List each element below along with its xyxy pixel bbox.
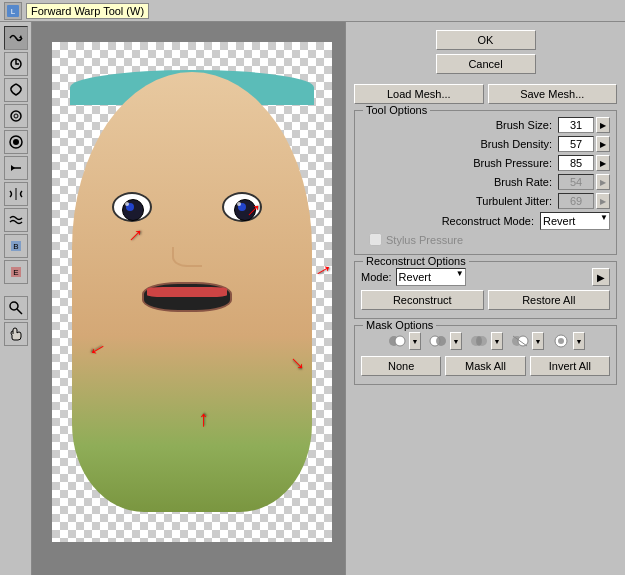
right-panel: OK Cancel Load Mesh... Save Mesh... Tool… — [345, 22, 625, 575]
turbulent-jitter-stepper[interactable]: ▶ — [596, 193, 610, 209]
mask-dropdown-1[interactable]: ▼ — [409, 332, 421, 350]
brush-density-stepper[interactable]: ▶ — [596, 136, 610, 152]
mask-icon-5: ▼ — [550, 332, 585, 350]
mask-icon-2: ▼ — [427, 332, 462, 350]
tool-zoom[interactable] — [4, 296, 28, 320]
reconstruct-buttons-row: Reconstruct Restore All — [361, 290, 610, 310]
svg-point-27 — [558, 338, 564, 344]
ok-button[interactable]: OK — [436, 30, 536, 50]
mode-label: Mode: — [361, 271, 392, 283]
tool-reconstruct[interactable] — [4, 52, 28, 76]
turbulent-jitter-input-group: ▶ — [558, 193, 610, 209]
restore-all-button[interactable]: Restore All — [488, 290, 611, 310]
brush-rate-stepper[interactable]: ▶ — [596, 174, 610, 190]
play-button[interactable]: ▶ — [592, 268, 610, 286]
canvas[interactable]: → → → → → → — [52, 42, 332, 542]
reconstruct-options-title: Reconstruct Options — [363, 255, 469, 267]
svg-line-15 — [17, 309, 22, 314]
brush-rate-input[interactable] — [558, 174, 594, 190]
svg-point-22 — [476, 336, 482, 346]
none-button[interactable]: None — [361, 356, 441, 376]
recon-mode-select[interactable]: Revert — [396, 268, 466, 286]
app-icon: L — [4, 2, 22, 20]
brush-pressure-stepper[interactable]: ▶ — [596, 155, 610, 171]
cancel-button[interactable]: Cancel — [436, 54, 536, 74]
mask-circle-icon-5[interactable] — [550, 332, 572, 350]
turbulent-jitter-label: Turbulent Jitter: — [361, 195, 558, 207]
brush-size-stepper[interactable]: ▶ — [596, 117, 610, 133]
mask-dropdown-2[interactable]: ▼ — [450, 332, 462, 350]
brush-rate-row: Brush Rate: ▶ — [361, 174, 610, 190]
load-mesh-button[interactable]: Load Mesh... — [354, 84, 484, 104]
mask-options-section: Mask Options ▼ — [354, 325, 617, 385]
brush-density-input[interactable] — [558, 136, 594, 152]
ok-cancel-area: OK Cancel — [354, 30, 617, 74]
canvas-area[interactable]: → → → → → → — [32, 22, 345, 575]
left-toolbar: B E — [0, 22, 32, 575]
brush-density-label: Brush Density: — [361, 138, 558, 150]
tool-forward-warp[interactable] — [4, 26, 28, 50]
tool-hand[interactable] — [4, 322, 28, 346]
svg-point-17 — [395, 336, 405, 346]
mask-icon-4: ▼ — [509, 332, 544, 350]
main-layout: B E — [0, 22, 625, 575]
stylus-pressure-label: Stylus Pressure — [386, 234, 463, 246]
svg-point-5 — [14, 114, 18, 118]
stylus-pressure-checkbox[interactable] — [369, 233, 382, 246]
face — [72, 72, 312, 512]
mask-circle-icon-1[interactable] — [386, 332, 408, 350]
brush-density-input-group: ▶ — [558, 136, 610, 152]
tool-bloat[interactable] — [4, 130, 28, 154]
mask-icon-3: ▼ — [468, 332, 503, 350]
brush-pressure-input[interactable] — [558, 155, 594, 171]
invert-all-button[interactable]: Invert All — [530, 356, 610, 376]
turbulent-jitter-row: Turbulent Jitter: ▶ — [361, 193, 610, 209]
tool-twirl[interactable] — [4, 78, 28, 102]
svg-text:E: E — [13, 268, 18, 277]
svg-point-7 — [13, 139, 19, 145]
tool-pucker[interactable] — [4, 104, 28, 128]
mask-icon-1: ▼ — [386, 332, 421, 350]
reconstruct-mode-top-row: Mode: Revert ▶ — [361, 268, 610, 286]
svg-point-4 — [11, 111, 21, 121]
reconstruct-button[interactable]: Reconstruct — [361, 290, 484, 310]
svg-marker-8 — [11, 165, 15, 171]
mask-dropdown-3[interactable]: ▼ — [491, 332, 503, 350]
tool-freeze[interactable]: B — [4, 234, 28, 258]
reconstruct-options-section: Reconstruct Options Mode: Revert ▶ Recon… — [354, 261, 617, 319]
mask-dropdown-4[interactable]: ▼ — [532, 332, 544, 350]
reconstruct-mode-row: Reconstruct Mode: Revert — [361, 212, 610, 230]
mask-dropdown-5[interactable]: ▼ — [573, 332, 585, 350]
mask-circle-icon-2[interactable] — [427, 332, 449, 350]
reconstruct-mode-wrapper: Revert — [540, 212, 610, 230]
mask-icons-row: ▼ ▼ — [361, 332, 610, 350]
reconstruct-mode-select[interactable]: Revert — [540, 212, 610, 230]
brush-size-input[interactable] — [558, 117, 594, 133]
recon-mode-wrapper: Revert — [396, 268, 466, 286]
mask-options-title: Mask Options — [363, 319, 436, 331]
turbulent-jitter-input[interactable] — [558, 193, 594, 209]
svg-text:B: B — [13, 242, 18, 251]
mask-circle-icon-4[interactable] — [509, 332, 531, 350]
brush-rate-input-group: ▶ — [558, 174, 610, 190]
tool-push-left[interactable] — [4, 156, 28, 180]
stylus-pressure-row: Stylus Pressure — [361, 233, 610, 246]
tool-thaw[interactable]: E — [4, 260, 28, 284]
brush-size-label: Brush Size: — [361, 119, 558, 131]
mask-circle-icon-3[interactable] — [468, 332, 490, 350]
svg-marker-2 — [19, 35, 22, 38]
tool-options-section: Tool Options Brush Size: ▶ Brush Density… — [354, 110, 617, 255]
tool-turbulence[interactable] — [4, 208, 28, 232]
arrow-bottom: → — [190, 409, 216, 431]
svg-point-14 — [10, 302, 18, 310]
brush-pressure-label: Brush Pressure: — [361, 157, 558, 169]
brush-density-row: Brush Density: ▶ — [361, 136, 610, 152]
brush-size-row: Brush Size: ▶ — [361, 117, 610, 133]
svg-text:L: L — [11, 7, 16, 16]
brush-pressure-row: Brush Pressure: ▶ — [361, 155, 610, 171]
tool-mirror[interactable] — [4, 182, 28, 206]
svg-point-19 — [436, 336, 446, 346]
mask-buttons-row: None Mask All Invert All — [361, 356, 610, 376]
mask-all-button[interactable]: Mask All — [445, 356, 525, 376]
save-mesh-button[interactable]: Save Mesh... — [488, 84, 618, 104]
